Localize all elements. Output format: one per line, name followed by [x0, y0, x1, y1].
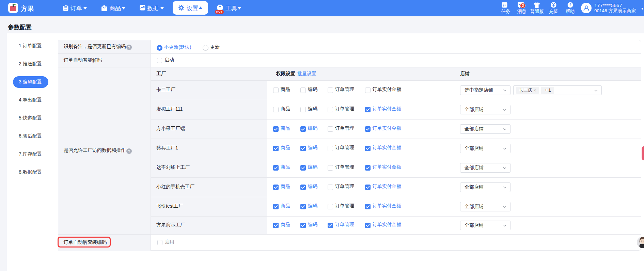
- svg-text:?: ?: [569, 3, 571, 7]
